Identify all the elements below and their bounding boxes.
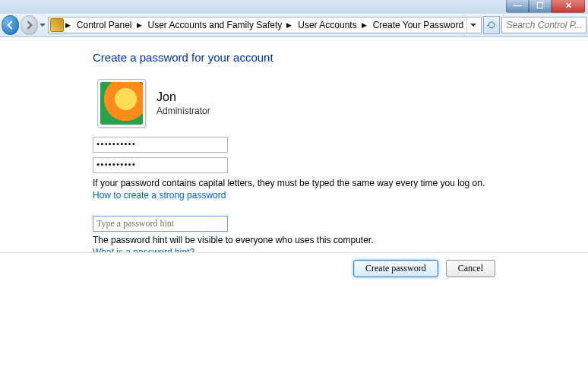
password-hint-field[interactable] (93, 216, 228, 232)
page-title: Create a password for your account (93, 51, 588, 64)
close-button[interactable]: ✕ (552, 0, 585, 13)
new-password-field[interactable] (93, 137, 228, 153)
cancel-button[interactable]: Cancel (446, 260, 495, 277)
breadcrumb[interactable]: ▶ Control Panel ▶ User Accounts and Fami… (48, 17, 482, 33)
forward-button[interactable] (21, 15, 38, 35)
hint-warning-text: The password hint will be visible to eve… (93, 235, 588, 245)
nav-toolbar: ▶ Control Panel ▶ User Accounts and Fami… (0, 14, 588, 37)
flower-icon (100, 82, 143, 125)
caps-warning-text: If your password contains capital letter… (93, 178, 588, 188)
user-role: Administrator (156, 106, 210, 116)
user-name: Jon (156, 90, 210, 104)
user-block: Jon Administrator (97, 79, 588, 128)
avatar (97, 79, 146, 128)
window-controls: — ☐ ✕ (506, 0, 585, 13)
chevron-right-icon[interactable]: ▶ (285, 21, 293, 29)
refresh-button[interactable] (483, 16, 499, 34)
footer-buttons: Create password Cancel (0, 253, 588, 283)
chevron-right-icon[interactable]: ▶ (135, 21, 144, 29)
crumb-user-accounts[interactable]: User Accounts (293, 17, 359, 33)
chevron-right-icon[interactable]: ▶ (64, 21, 72, 29)
chevron-right-icon[interactable]: ▶ (360, 21, 368, 29)
minimize-button[interactable]: — (506, 0, 529, 13)
crumb-user-accounts-family[interactable]: User Accounts and Family Safety (144, 17, 286, 33)
history-dropdown[interactable] (40, 16, 46, 34)
search-box[interactable] (501, 17, 587, 33)
content-area: Create a password for your account Jon A… (0, 36, 588, 392)
control-panel-icon (50, 18, 64, 32)
confirm-password-field[interactable] (93, 157, 228, 173)
maximize-button[interactable]: ☐ (529, 0, 552, 13)
back-button[interactable] (2, 15, 19, 35)
create-password-button[interactable]: Create password (353, 260, 438, 277)
crumb-create-password[interactable]: Create Your Password (368, 17, 466, 33)
crumb-control-panel[interactable]: Control Panel (72, 17, 135, 33)
address-dropdown[interactable] (467, 17, 479, 33)
search-input[interactable] (505, 19, 583, 31)
strong-password-link[interactable]: How to create a strong password (93, 190, 226, 201)
title-bar: — ☐ ✕ (0, 0, 588, 14)
